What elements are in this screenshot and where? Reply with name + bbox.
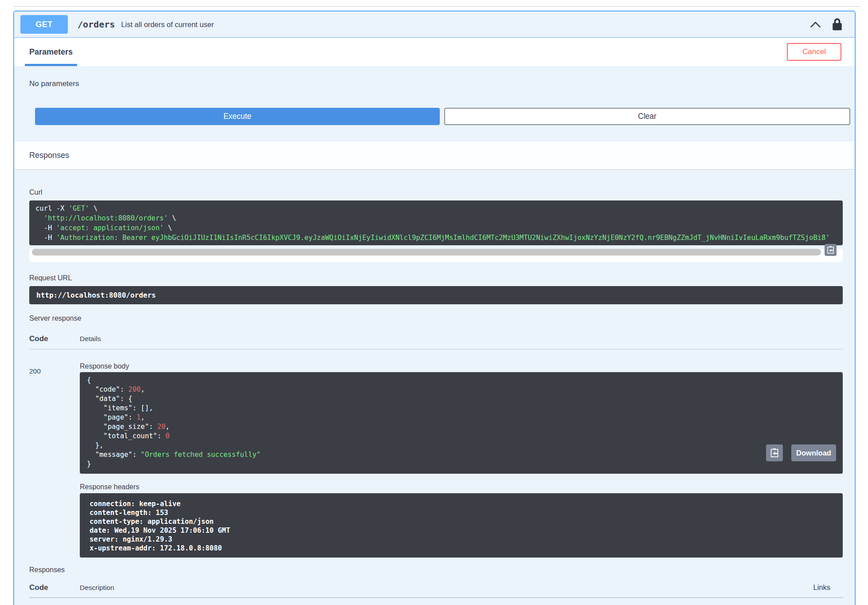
opblock-get-orders: GET /orders List all orders of current u… bbox=[13, 11, 856, 605]
endpoint-path: /orders bbox=[78, 19, 115, 30]
response-body-label: Response body bbox=[80, 362, 843, 370]
parameters-section: No parameters Execute Clear bbox=[14, 66, 855, 141]
code-column-header: Code bbox=[29, 334, 80, 343]
curl-label: Curl bbox=[29, 189, 843, 196]
server-response-table-header: Code Details bbox=[29, 334, 843, 343]
tab-bar: Parameters Cancel bbox=[14, 38, 855, 66]
operation-summary[interactable]: GET /orders List all orders of current u… bbox=[14, 12, 855, 38]
responses-table-header: Code Description Links bbox=[29, 583, 843, 592]
responses-description-header: Description bbox=[80, 584, 813, 592]
curl-scrollbar-track[interactable] bbox=[29, 249, 843, 262]
response-body-actions: Download bbox=[766, 444, 836, 461]
copy-curl-button[interactable] bbox=[825, 244, 837, 256]
execute-row: Execute Clear bbox=[35, 108, 850, 125]
details-column-header: Details bbox=[80, 335, 101, 343]
download-button[interactable]: Download bbox=[791, 444, 836, 461]
section-divider bbox=[13, 6, 860, 7]
copy-response-button[interactable] bbox=[766, 444, 783, 461]
responses-section-header: Responses bbox=[14, 141, 855, 169]
response-headers-label: Response headers bbox=[80, 483, 843, 491]
responses-table-divider bbox=[29, 597, 843, 598]
status-code: 200 bbox=[29, 362, 80, 558]
tab-parameters-label: Parameters bbox=[29, 47, 73, 57]
tab-parameters[interactable]: Parameters bbox=[28, 38, 74, 66]
response-headers-block: connection: keep-alive content-length: 1… bbox=[80, 493, 843, 558]
response-body-json: { "code": 200, "data": { "items": [], "p… bbox=[80, 372, 843, 469]
server-response-row: 200 Response body { "code": 200, "data":… bbox=[29, 350, 843, 558]
request-url-label: Request URL bbox=[29, 274, 843, 282]
cancel-button[interactable]: Cancel bbox=[787, 43, 841, 61]
response-body-block: { "code": 200, "data": { "items": [], "p… bbox=[80, 372, 843, 474]
curl-block: curl -X 'GET' \ 'http://localhost:8080/o… bbox=[29, 200, 843, 262]
request-url-value: http://localhost:8080/orders bbox=[29, 286, 843, 304]
endpoint-description: List all orders of current user bbox=[121, 20, 214, 29]
responses-links-header: Links bbox=[813, 583, 843, 592]
auth-lock-icon[interactable] bbox=[832, 18, 843, 31]
curl-command[interactable]: curl -X 'GET' \ 'http://localhost:8080/o… bbox=[29, 200, 843, 245]
responses-section-title: Responses bbox=[29, 151, 69, 160]
execute-button[interactable]: Execute bbox=[35, 108, 440, 125]
clear-button[interactable]: Clear bbox=[444, 108, 850, 125]
responses-code-header: Code bbox=[29, 583, 80, 592]
no-parameters-text: No parameters bbox=[29, 79, 855, 88]
tab-active-underline bbox=[25, 64, 77, 66]
responses-section-body: Curl curl -X 'GET' \ 'http://localhost:8… bbox=[14, 169, 855, 598]
server-response-label: Server response bbox=[29, 314, 843, 322]
curl-scrollbar-thumb[interactable] bbox=[32, 249, 821, 255]
collapse-chevron-up-icon[interactable] bbox=[810, 21, 821, 28]
method-badge: GET bbox=[20, 15, 68, 34]
responses-table-label: Responses bbox=[29, 566, 843, 574]
